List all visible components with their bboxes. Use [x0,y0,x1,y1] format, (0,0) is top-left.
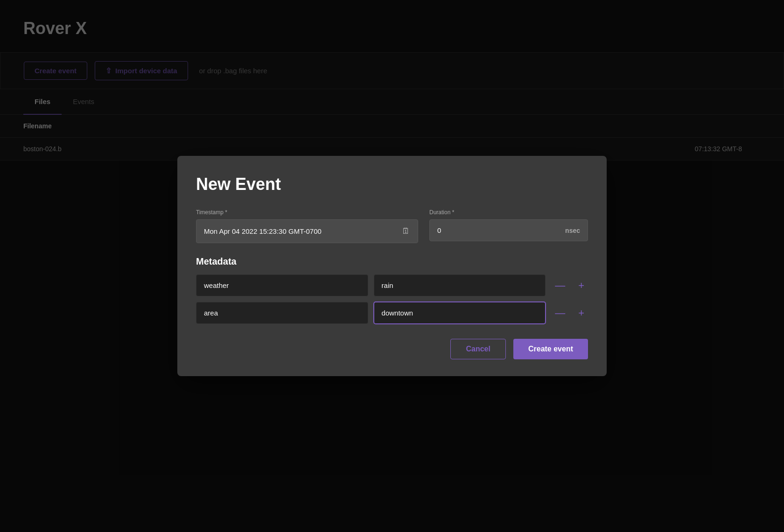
metadata-row-1: — + [196,302,588,324]
form-row-timestamp-duration: Timestamp * 🗓 Duration * nsec [196,209,588,243]
calendar-icon: 🗓 [402,226,410,236]
duration-input[interactable] [437,226,475,234]
timestamp-label: Timestamp * [196,209,418,216]
metadata-plus-1[interactable]: + [574,305,588,321]
timestamp-input[interactable] [204,227,402,235]
metadata-plus-0[interactable]: + [574,278,588,294]
duration-group: Duration * nsec [429,209,588,243]
modal-title: New Event [196,175,588,194]
metadata-key-1[interactable] [196,302,368,324]
timestamp-group: Timestamp * 🗓 [196,209,418,243]
duration-unit: nsec [565,227,580,234]
timestamp-field-wrapper: 🗓 [196,219,418,243]
metadata-value-0[interactable] [374,274,546,296]
modal-footer: Cancel Create event [196,339,588,359]
create-event-button-modal[interactable]: Create event [513,339,588,359]
metadata-rows: — + — + [196,274,588,324]
modal-overlay: New Event Timestamp * 🗓 Duration * nsec [0,0,784,532]
metadata-minus-0[interactable]: — [551,278,569,294]
duration-field-wrapper: nsec [429,219,588,241]
metadata-minus-1[interactable]: — [551,305,569,321]
new-event-modal: New Event Timestamp * 🗓 Duration * nsec [177,156,607,376]
cancel-button[interactable]: Cancel [450,339,505,359]
metadata-value-1[interactable] [374,302,546,324]
metadata-title: Metadata [196,256,588,267]
duration-label: Duration * [429,209,588,216]
metadata-row-0: — + [196,274,588,296]
metadata-key-0[interactable] [196,274,368,296]
